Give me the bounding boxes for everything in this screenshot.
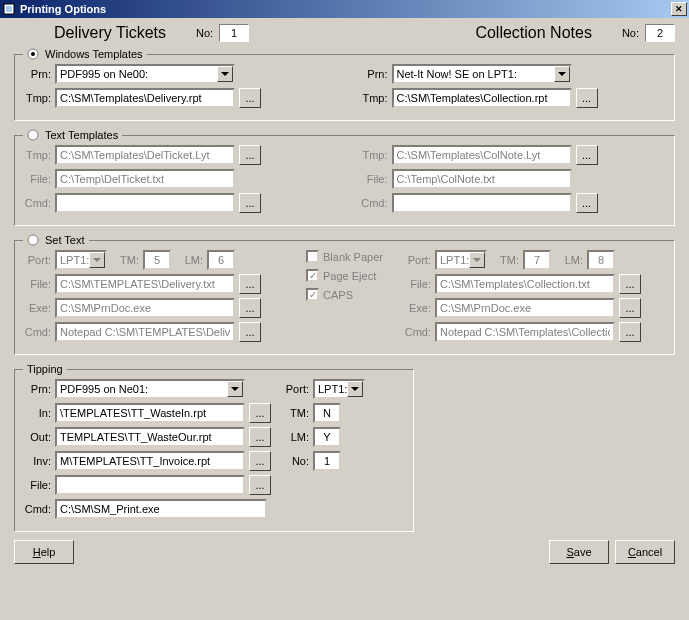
st-collection-exe-browse-button[interactable]: ... (619, 298, 641, 318)
chevron-down-icon[interactable] (227, 381, 243, 397)
st-collection-file-input[interactable] (435, 274, 615, 294)
delivery-no-input[interactable] (219, 24, 249, 42)
st-collection-cmd-browse-button[interactable]: ... (619, 322, 641, 342)
tip-out-browse-button[interactable]: ... (249, 427, 271, 447)
st-delivery-cmd-input[interactable] (55, 322, 235, 342)
st-cmd-label-l: Cmd: (23, 326, 51, 338)
tip-lm-label: LM: (281, 431, 309, 443)
tip-file-input[interactable] (55, 475, 245, 495)
tipping-group: Tipping Prn: PDF995 on Ne01: In: ... Out (14, 363, 414, 532)
tt-delivery-cmd-input[interactable] (55, 193, 235, 213)
tt-cmd-label-l: Cmd: (23, 197, 51, 209)
tip-tm-input[interactable] (313, 403, 341, 423)
radio-text-templates[interactable] (27, 129, 39, 141)
st-delivery-lm-input[interactable] (207, 250, 235, 270)
tip-lm-input[interactable] (313, 427, 341, 447)
chevron-down-icon[interactable] (217, 66, 233, 82)
st-collection-port-select[interactable]: LPT1: (435, 250, 487, 270)
collection-tmp-browse-button[interactable]: ... (576, 88, 598, 108)
tipping-legend: Tipping (23, 363, 67, 375)
tt-delivery-cmd-browse-button[interactable]: ... (239, 193, 261, 213)
set-text-legend[interactable]: Set Text (23, 234, 89, 246)
tip-tm-label: TM: (281, 407, 309, 419)
page-eject-label: Page Eject (323, 270, 376, 282)
tt-collection-cmd-browse-button[interactable]: ... (576, 193, 598, 213)
tt-collection-tmp-input[interactable] (392, 145, 572, 165)
text-templates-legend[interactable]: Text Templates (23, 129, 122, 141)
tip-in-input[interactable] (55, 403, 245, 423)
st-delivery-port-select[interactable]: LPT1: (55, 250, 107, 270)
prn-label: Prn: (23, 68, 51, 80)
tip-out-label: Out: (23, 431, 51, 443)
st-collection-tm-input[interactable] (523, 250, 551, 270)
chevron-down-icon[interactable] (554, 66, 570, 82)
delivery-tmp-browse-button[interactable]: ... (239, 88, 261, 108)
tip-out-input[interactable] (55, 427, 245, 447)
caps-checkbox[interactable]: ✓ (306, 288, 319, 301)
radio-windows-templates[interactable] (27, 48, 39, 60)
collection-tmp-input[interactable] (392, 88, 572, 108)
st-lm-label-r: LM: (555, 254, 583, 266)
st-collection-lm-input[interactable] (587, 250, 615, 270)
st-tm-label-r: TM: (491, 254, 519, 266)
window-title: Printing Options (20, 3, 106, 15)
st-cmd-label-r: Cmd: (403, 326, 431, 338)
chevron-down-icon[interactable] (469, 252, 485, 268)
window-icon (2, 2, 16, 16)
tip-cmd-input[interactable] (55, 499, 267, 519)
st-port-label-l: Port: (23, 254, 51, 266)
tip-cmd-label: Cmd: (23, 503, 51, 515)
save-button[interactable]: Save (549, 540, 609, 564)
tt-delivery-file-input[interactable] (55, 169, 235, 189)
tip-inv-browse-button[interactable]: ... (249, 451, 271, 471)
tip-no-input[interactable] (313, 451, 341, 471)
tip-file-label: File: (23, 479, 51, 491)
delivery-title: Delivery Tickets (54, 24, 166, 42)
tip-inv-input[interactable] (55, 451, 245, 471)
st-collection-exe-input[interactable] (435, 298, 615, 318)
tt-file-label-l: File: (23, 173, 51, 185)
tip-port-select[interactable]: LPT1: (313, 379, 365, 399)
set-text-checks: Blank Paper ✓ Page Eject ✓ CAPS (296, 250, 393, 307)
st-delivery-exe-input[interactable] (55, 298, 235, 318)
tt-collection-file-input[interactable] (392, 169, 572, 189)
tmp-label: Tmp: (23, 92, 51, 104)
blank-paper-label: Blank Paper (323, 251, 383, 263)
chevron-down-icon[interactable] (89, 252, 105, 268)
tt-delivery-tmp-input[interactable] (55, 145, 235, 165)
st-delivery-file-input[interactable] (55, 274, 235, 294)
help-button[interactable]: Help (14, 540, 74, 564)
delivery-prn-select[interactable]: PDF995 on Ne00: (55, 64, 235, 84)
st-delivery-file-browse-button[interactable]: ... (239, 274, 261, 294)
tip-prn-label: Prn: (23, 383, 51, 395)
st-lm-label-l: LM: (175, 254, 203, 266)
st-delivery-tm-input[interactable] (143, 250, 171, 270)
page-eject-checkbox[interactable]: ✓ (306, 269, 319, 282)
cancel-button[interactable]: Cancel (615, 540, 675, 564)
text-templates-group: Text Templates Tmp: ... File: Cmd: ... (14, 129, 675, 226)
st-collection-file-browse-button[interactable]: ... (619, 274, 641, 294)
tip-prn-select[interactable]: PDF995 on Ne01: (55, 379, 245, 399)
collection-no-input[interactable] (645, 24, 675, 42)
radio-set-text[interactable] (27, 234, 39, 246)
st-delivery-cmd-browse-button[interactable]: ... (239, 322, 261, 342)
titlebar: Printing Options ✕ (0, 0, 689, 18)
tt-collection-cmd-input[interactable] (392, 193, 572, 213)
chevron-down-icon[interactable] (347, 381, 363, 397)
tt-collection-tmp-browse-button[interactable]: ... (576, 145, 598, 165)
tip-file-browse-button[interactable]: ... (249, 475, 271, 495)
close-button[interactable]: ✕ (671, 2, 687, 16)
tt-delivery-tmp-browse-button[interactable]: ... (239, 145, 261, 165)
svg-point-4 (28, 130, 38, 140)
tip-in-browse-button[interactable]: ... (249, 403, 271, 423)
svg-point-5 (28, 235, 38, 245)
collection-prn-select[interactable]: Net-It Now! SE on LPT1: (392, 64, 572, 84)
tip-no-label: No: (281, 455, 309, 467)
st-file-label-l: File: (23, 278, 51, 290)
tmp-label-r: Tmp: (360, 92, 388, 104)
windows-templates-legend[interactable]: Windows Templates (23, 48, 147, 60)
blank-paper-checkbox[interactable] (306, 250, 319, 263)
delivery-tmp-input[interactable] (55, 88, 235, 108)
st-collection-cmd-input[interactable] (435, 322, 615, 342)
st-delivery-exe-browse-button[interactable]: ... (239, 298, 261, 318)
